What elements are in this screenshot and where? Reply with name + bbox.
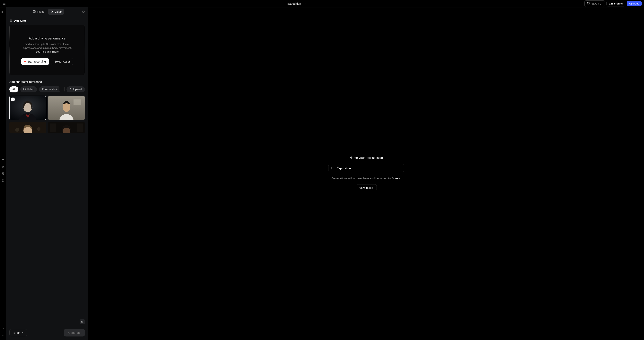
svg-rect-16 <box>33 10 36 12</box>
layers-tool-icon[interactable] <box>1 179 4 182</box>
canvas-hint: Generations will appear here and be save… <box>332 177 401 180</box>
camera-tool-icon[interactable] <box>1 166 4 169</box>
collapse-panel-icon[interactable] <box>1 334 4 337</box>
select-asset-label: Select Asset <box>54 60 70 63</box>
generate-label: Generate <box>68 331 80 334</box>
folder-icon <box>587 2 590 5</box>
svg-point-4 <box>305 3 305 4</box>
tips-link[interactable]: See Tips and Tricks <box>36 50 59 53</box>
dropzone-title: Add a driving performance <box>29 37 66 40</box>
selected-check-icon <box>11 97 15 101</box>
mode-video-label: Video <box>55 10 62 13</box>
view-guide-label: View guide <box>359 186 373 189</box>
actone-tool-icon[interactable] <box>1 172 4 175</box>
model-label: Turbo <box>12 331 20 334</box>
project-more-icon[interactable] <box>303 2 307 6</box>
mode-image-tab[interactable]: Image <box>30 9 47 15</box>
image-icon <box>33 10 36 14</box>
chevron-down-icon <box>22 331 24 334</box>
session-name-field[interactable] <box>328 164 404 172</box>
actone-icon <box>10 19 12 22</box>
character-thumb-4[interactable] <box>48 122 85 133</box>
text-tool-icon[interactable] <box>1 159 4 162</box>
svg-point-3 <box>304 3 304 4</box>
mode-image-label: Image <box>37 10 44 13</box>
folder-icon <box>331 166 334 170</box>
undo-icon[interactable] <box>1 328 4 331</box>
actone-title: Act-One <box>14 19 26 22</box>
generate-button[interactable]: Generate <box>64 329 85 337</box>
svg-point-37 <box>37 127 40 131</box>
svg-rect-6 <box>2 11 2 11</box>
upload-icon <box>70 88 72 91</box>
credits-label: 125 credits <box>609 2 623 5</box>
record-dot-icon <box>24 61 26 62</box>
education-icon[interactable] <box>82 10 85 13</box>
film-icon <box>23 88 26 91</box>
save-in-label: Save in... <box>591 2 602 5</box>
mode-video-tab[interactable]: Video <box>48 9 64 15</box>
svg-point-21 <box>10 20 10 20</box>
panel-settings-button[interactable] <box>80 319 85 324</box>
chip-scroll-right-icon[interactable] <box>58 87 62 91</box>
svg-rect-18 <box>51 11 52 12</box>
svg-rect-41 <box>77 123 83 132</box>
upgrade-button[interactable]: Upgrade <box>627 1 642 6</box>
character-thumb-3[interactable] <box>10 122 46 133</box>
character-thumb-2[interactable] <box>48 96 85 120</box>
driving-performance-dropzone[interactable]: Add a driving performance Add a video up… <box>10 25 85 75</box>
save-in-button[interactable]: Save in... <box>584 0 605 7</box>
canvas-title: Name your new session <box>350 156 383 160</box>
start-recording-label: Start recording <box>27 60 46 63</box>
chip-divider <box>64 87 64 91</box>
credits-button[interactable]: 125 credits <box>606 1 626 6</box>
svg-rect-33 <box>74 99 81 105</box>
hamburger-menu-icon[interactable] <box>2 2 6 5</box>
svg-point-5 <box>306 3 306 4</box>
session-name-input[interactable] <box>337 166 401 170</box>
model-selector-button[interactable]: Turbo <box>10 329 27 336</box>
video-icon <box>50 10 54 14</box>
chip-video[interactable]: Video <box>20 86 37 92</box>
svg-point-48 <box>83 321 83 322</box>
svg-rect-23 <box>24 88 26 90</box>
svg-point-10 <box>2 167 3 168</box>
chip-upload[interactable]: Upload <box>66 86 85 92</box>
svg-rect-40 <box>50 123 56 132</box>
view-guide-button[interactable]: View guide <box>356 184 377 191</box>
project-title: Expedition <box>288 2 301 5</box>
character-thumb-1[interactable] <box>10 96 46 120</box>
upgrade-label: Upgrade <box>629 2 639 5</box>
svg-point-17 <box>34 11 34 11</box>
start-recording-button[interactable]: Start recording <box>21 58 49 65</box>
panel-toggle-icon[interactable] <box>1 10 4 13</box>
select-asset-button[interactable]: Select Asset <box>51 58 73 65</box>
svg-rect-7 <box>2 12 2 13</box>
svg-point-36 <box>15 128 19 132</box>
svg-point-44 <box>81 321 82 322</box>
character-reference-title: Add character reference <box>10 80 85 84</box>
dropzone-description: Add a video up to 30s with clear facial … <box>18 42 76 54</box>
chip-all[interactable]: All <box>10 86 18 92</box>
svg-rect-20 <box>10 19 12 21</box>
svg-point-46 <box>82 322 82 323</box>
svg-rect-14 <box>2 179 4 181</box>
scroll-fade <box>6 311 88 319</box>
